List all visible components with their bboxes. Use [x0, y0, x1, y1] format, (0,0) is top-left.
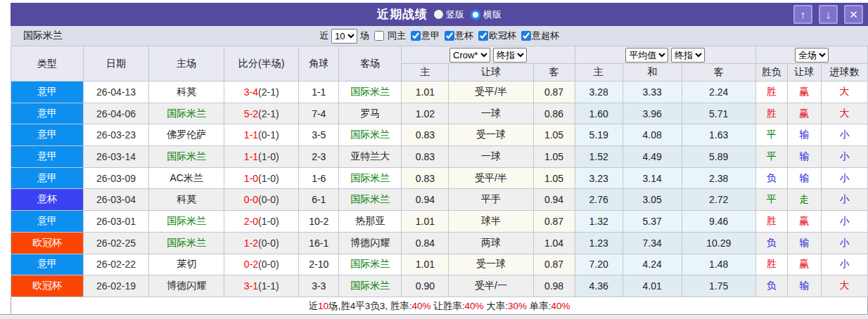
corner-score: 2-10 [299, 254, 339, 275]
league-checkbox-champions[interactable] [478, 31, 488, 41]
summary-row: 近10场,胜4平3负3, 胜率:40% 让胜率:40% 大率:30% 单率:40… [11, 297, 868, 315]
table-row: 意杯26-03-04科莫0-0(0-0)6-1国际米兰0.94平手0.942.7… [11, 189, 868, 211]
table-row: 意甲26-04-06国际米兰5-2(2-1)7-4罗马1.02一球0.861.6… [11, 103, 868, 124]
home-team: 科莫 [149, 82, 224, 103]
layout-radio-vertical[interactable]: 竖版 [434, 8, 464, 21]
radio-vertical-icon[interactable] [434, 10, 443, 19]
footer-segment: 让胜率: [430, 301, 464, 311]
league-label-champions[interactable]: 欧冠杯 [489, 30, 516, 42]
match-date: 26-02-22 [84, 254, 149, 275]
league-badge: 意甲 [11, 82, 84, 103]
away-team: 热那亚 [339, 211, 402, 233]
table-row: 意甲26-04-13科莫3-4(2-1)1-1国际米兰1.01受平/半0.873… [11, 82, 868, 103]
bookmaker-select[interactable]: Crow* [449, 48, 490, 63]
radio-horizontal-label[interactable]: 横版 [483, 8, 502, 21]
footer-segment: 40% [551, 301, 570, 311]
match-score: 1-1(0-1) [224, 124, 299, 146]
same-home-label[interactable]: 同主 [388, 30, 406, 42]
footer-stats: 近10场,胜4平3负3, 胜率:40% 让胜率:40% 大率:30% 单率:40… [11, 297, 868, 315]
col-header-date: 日期 [84, 46, 149, 82]
league-badge: 意甲 [11, 146, 84, 168]
crow-odds-stage-select[interactable]: 终指 [493, 48, 527, 63]
average-select[interactable]: 平均值 [625, 48, 668, 63]
avg-home: 1.60 [575, 103, 623, 124]
avg-draw: 3.96 [623, 103, 682, 124]
avg-draw: 4.24 [623, 254, 682, 275]
sub-header-goals: 进球数 [821, 64, 867, 82]
close-button[interactable]: ✕ [844, 5, 863, 24]
odds-handicap: 两球 [449, 232, 533, 254]
odds-handicap: 一球 [449, 103, 533, 124]
league-checkbox-super-cup[interactable] [521, 31, 531, 41]
odds-home: 0.83 [402, 167, 449, 189]
avg-home: 2.76 [575, 189, 623, 211]
odds-away: 0.94 [533, 189, 575, 211]
match-date: 26-04-13 [84, 82, 149, 103]
goals-outcome: 大 [821, 275, 867, 297]
match-date: 26-02-19 [84, 275, 149, 297]
result-outcome: 平 [755, 189, 787, 211]
move-up-button[interactable]: ↑ [793, 5, 812, 24]
recent-results-panel: 近期战绩 竖版 横版 ↑ ↓ ✕ 国际米兰 近 10 场 同主 [11, 3, 868, 316]
avg-away: 2.24 [682, 82, 755, 103]
corner-score: 3-3 [299, 275, 339, 297]
odds-away: 0.87 [533, 211, 575, 233]
league-label-serie-a[interactable]: 意甲 [421, 30, 440, 42]
home-team: 佛罗伦萨 [149, 124, 224, 146]
footer-segment: 单率: [527, 301, 551, 311]
title-bar: 近期战绩 竖版 横版 ↑ ↓ ✕ [11, 3, 868, 26]
average-stage-select[interactable]: 终指 [671, 48, 705, 63]
sub-header-avg-away: 客 [682, 64, 755, 82]
odds-away: 1.04 [533, 232, 575, 254]
avg-away: 2.38 [682, 167, 755, 189]
league-checkbox-serie-a[interactable] [411, 31, 421, 41]
home-team: 国际米兰 [149, 103, 224, 124]
avg-home: 5.19 [575, 124, 623, 146]
away-team: 国际米兰 [339, 254, 402, 275]
result-outcome: 负 [755, 167, 787, 189]
odds-away: 0.86 [533, 103, 575, 124]
away-team: 国际米兰 [339, 167, 402, 189]
layout-radio-horizontal[interactable]: 横版 [471, 8, 502, 21]
footer-segment: 场,胜4平3负3, 胜率: [328, 301, 412, 311]
same-home-checkbox[interactable] [374, 31, 384, 41]
odds-home: 1.01 [402, 211, 449, 233]
league-label-super-cup[interactable]: 意超杯 [532, 30, 559, 42]
league-badge: 意甲 [11, 103, 84, 124]
league-label-coppa-italia[interactable]: 意杯 [455, 30, 473, 42]
league-badge: 欧冠杯 [11, 275, 84, 297]
avg-away: 5.89 [682, 146, 755, 168]
average-group-header: 平均值 终指 [575, 46, 755, 64]
avg-home: 3.28 [575, 82, 623, 103]
goals-outcome: 小 [821, 232, 867, 254]
avg-home: 1.52 [575, 146, 623, 168]
result-outcome: 负 [755, 275, 787, 297]
odds-away: 0.98 [533, 275, 575, 297]
match-score: 1-2(0-0) [224, 232, 299, 254]
home-team: 博德闪耀 [149, 275, 224, 297]
handicap-outcome: 输 [787, 232, 821, 254]
radio-vertical-label[interactable]: 竖版 [446, 8, 464, 21]
away-team: 罗马 [339, 103, 402, 124]
odds-home: 0.83 [402, 146, 449, 168]
avg-home: 1.32 [575, 211, 623, 233]
table-row: 意甲26-03-14国际米兰1-1(1-0)2-3亚特兰大0.83一球1.051… [11, 146, 868, 168]
league-checkbox-coppa-italia[interactable] [445, 31, 454, 41]
corner-score: 16-1 [299, 232, 339, 254]
footer-segment: 近 [308, 301, 318, 311]
match-date: 26-03-09 [84, 167, 149, 189]
avg-draw: 4.08 [623, 124, 682, 146]
odds-away: 1.05 [533, 146, 575, 168]
table-row: 意甲26-03-23佛罗伦萨1-1(0-1)3-5国际米兰0.83受一球1.05… [11, 124, 868, 146]
league-badge: 意甲 [11, 167, 84, 189]
results-table: 类型 日期 主场 比分(半场) 角球 客场 Crow* 终指 平均值 终指 全场 [11, 46, 868, 316]
away-team: 国际米兰 [339, 189, 402, 211]
sub-header-odds-home: 主 [402, 64, 449, 82]
crow-group-header: Crow* 终指 [402, 46, 575, 64]
avg-draw: 4.01 [623, 275, 682, 297]
radio-horizontal-icon[interactable] [471, 10, 480, 20]
match-count-select[interactable]: 10 [331, 29, 357, 44]
match-score: 1-0(1-0) [224, 167, 299, 189]
fulltime-select[interactable]: 全场 [795, 48, 829, 63]
move-down-button[interactable]: ↓ [819, 5, 838, 24]
